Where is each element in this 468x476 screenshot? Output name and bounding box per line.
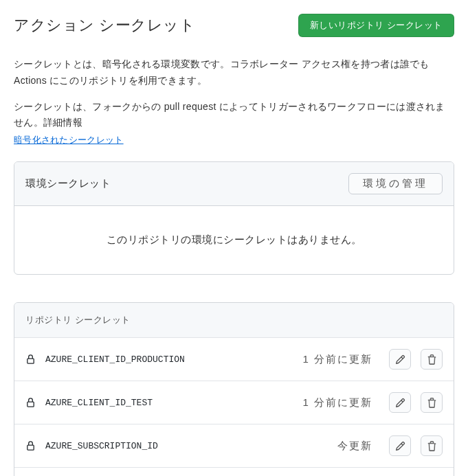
trash-icon [427, 398, 437, 408]
pencil-icon [395, 354, 405, 365]
secret-updated: 1 分前に更新 [302, 396, 372, 409]
edit-secret-button[interactable] [389, 392, 411, 413]
new-repo-secret-button[interactable]: 新しいリポジトリ シークレット [298, 14, 454, 37]
svg-rect-0 [27, 359, 34, 363]
description-1: シークレットとは、暗号化される環境変数です。コラボレーター アクセス権を持つ者は… [14, 56, 454, 89]
secret-updated: 1 分前に更新 [302, 353, 372, 366]
env-secrets-panel: 環境シークレット 環境の管理 このリポジトリの環境にシークレットはありません。 [14, 161, 454, 275]
env-secrets-title: 環境シークレット [25, 177, 111, 190]
delete-secret-button[interactable] [421, 349, 443, 370]
edit-secret-button[interactable] [389, 349, 411, 370]
pencil-icon [395, 441, 405, 451]
secret-row: AZURE_CLIENT_ID_PRODUCTION 1 分前に更新 [14, 337, 454, 381]
delete-secret-button[interactable] [421, 435, 443, 456]
lock-icon [25, 396, 36, 409]
description-2: シークレットは、フォークからの pull request によってトリガーされる… [14, 99, 454, 148]
env-secrets-empty: このリポジトリの環境にシークレットはありません。 [14, 206, 454, 274]
trash-icon [427, 441, 437, 451]
trash-icon [427, 354, 437, 365]
description-2-text: シークレットは、フォークからの pull request によってトリガーされる… [14, 101, 445, 128]
manage-environments-button[interactable]: 環境の管理 [348, 173, 443, 194]
secret-name: AZURE_CLIENT_ID_TEST [45, 398, 293, 408]
edit-secret-button[interactable] [389, 435, 411, 456]
secret-name: AZURE_CLIENT_ID_PRODUCTION [45, 354, 293, 365]
repo-secrets-title: リポジトリ シークレット [25, 314, 131, 326]
secret-name: AZURE_SUBSCRIPTION_ID [45, 441, 328, 451]
secret-row: AZURE_SUBSCRIPTION_ID 今更新 [14, 424, 454, 467]
lock-icon [25, 440, 36, 452]
secret-updated: 今更新 [337, 440, 372, 453]
svg-rect-1 [27, 402, 34, 407]
encrypted-secrets-link[interactable]: 暗号化されたシークレット [14, 133, 454, 148]
delete-secret-button[interactable] [421, 392, 443, 413]
secret-row: AZURE_TENANT_ID 1 分前に更新 [14, 467, 454, 476]
secret-row: AZURE_CLIENT_ID_TEST 1 分前に更新 [14, 381, 454, 424]
pencil-icon [395, 398, 405, 408]
lock-icon [25, 353, 36, 365]
repo-secrets-panel: リポジトリ シークレット AZURE_CLIENT_ID_PRODUCTION … [14, 302, 454, 476]
svg-rect-2 [27, 445, 34, 450]
page-title: アクション シークレット [14, 15, 195, 36]
